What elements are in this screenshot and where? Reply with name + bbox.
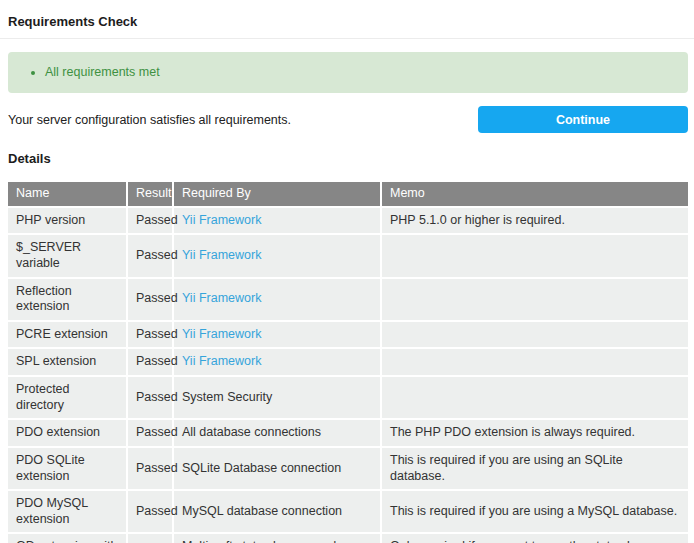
column-header-result: Result xyxy=(128,182,172,206)
table-row: $_SERVER variable Passed Yii Framework xyxy=(8,235,688,276)
required-by-link[interactable]: Yii Framework xyxy=(182,354,261,368)
summary-row: Your server configuration satisfies all … xyxy=(8,106,688,133)
required-by: Yii Framework xyxy=(174,279,380,320)
table-row: PDO MySQL extension Passed MySQL databas… xyxy=(8,491,688,532)
success-alert: All requirements met xyxy=(8,52,688,93)
required-by-link[interactable]: Yii Framework xyxy=(182,327,261,341)
required-by: Yii Framework xyxy=(174,235,380,276)
requirement-name: $_SERVER variable xyxy=(8,235,126,276)
requirement-name: PDO MySQL extension xyxy=(8,491,126,532)
required-by: Multicraft status banner and registratio… xyxy=(174,534,380,543)
memo: Only required if you want to use the sta… xyxy=(382,534,688,543)
memo: The PHP PDO extension is always required… xyxy=(382,420,688,446)
alert-item: All requirements met xyxy=(45,65,673,80)
required-by-link[interactable]: Yii Framework xyxy=(182,291,261,305)
requirement-name: PHP version xyxy=(8,208,126,234)
column-header-required-by: Required By xyxy=(174,182,380,206)
memo: PHP 5.1.0 or higher is required. xyxy=(382,208,688,234)
table-row: SPL extension Passed Yii Framework xyxy=(8,349,688,375)
requirements-table: Name Result Required By Memo PHP version… xyxy=(6,180,690,543)
requirement-name: PDO SQLite extension xyxy=(8,448,126,489)
result-badge: Passed xyxy=(128,377,172,418)
result-badge: Passed xyxy=(128,322,172,348)
required-by: Yii Framework xyxy=(174,349,380,375)
table-row: PCRE extension Passed Yii Framework xyxy=(8,322,688,348)
requirement-name: Protected directory xyxy=(8,377,126,418)
result-badge: Passed xyxy=(128,279,172,320)
alert-list: All requirements met xyxy=(23,65,673,80)
requirements-table-body: PHP version Passed Yii Framework PHP 5.1… xyxy=(8,208,688,543)
table-row: PDO SQLite extension Passed SQLite Datab… xyxy=(8,448,688,489)
divider xyxy=(0,38,694,39)
summary-text: Your server configuration satisfies all … xyxy=(8,113,291,127)
memo: This is required if you are using an SQL… xyxy=(382,448,688,489)
table-row: PHP version Passed Yii Framework PHP 5.1… xyxy=(8,208,688,234)
table-row: PDO extension Passed All database connec… xyxy=(8,420,688,446)
column-header-memo: Memo xyxy=(382,182,688,206)
result-badge: Passed xyxy=(128,208,172,234)
result-badge: Passed xyxy=(128,448,172,489)
result-badge: Passed xyxy=(128,235,172,276)
requirement-name: GD extension with FreeType support xyxy=(8,534,126,543)
memo xyxy=(382,377,688,418)
required-by: MySQL database connection xyxy=(174,491,380,532)
page-title: Requirements Check xyxy=(8,14,686,29)
requirement-name: PCRE extension xyxy=(8,322,126,348)
result-badge: Passed xyxy=(128,534,172,543)
continue-button[interactable]: Continue xyxy=(478,106,688,133)
memo xyxy=(382,279,688,320)
result-badge: Passed xyxy=(128,349,172,375)
required-by: System Security xyxy=(174,377,380,418)
required-by-link[interactable]: Yii Framework xyxy=(182,213,261,227)
table-header-row: Name Result Required By Memo xyxy=(8,182,688,206)
result-badge: Passed xyxy=(128,420,172,446)
column-header-name: Name xyxy=(8,182,126,206)
required-by: Yii Framework xyxy=(174,322,380,348)
requirement-name: PDO extension xyxy=(8,420,126,446)
table-row: Reflection extension Passed Yii Framewor… xyxy=(8,279,688,320)
requirement-name: SPL extension xyxy=(8,349,126,375)
required-by: SQLite Database connection xyxy=(174,448,380,489)
requirement-name: Reflection extension xyxy=(8,279,126,320)
table-row: Protected directory Passed System Securi… xyxy=(8,377,688,418)
details-heading: Details xyxy=(8,151,686,166)
memo xyxy=(382,322,688,348)
required-by-link[interactable]: Yii Framework xyxy=(182,248,261,262)
result-badge: Passed xyxy=(128,491,172,532)
memo xyxy=(382,349,688,375)
memo xyxy=(382,235,688,276)
memo: This is required if you are using a MySQ… xyxy=(382,491,688,532)
required-by: All database connections xyxy=(174,420,380,446)
table-row: GD extension with FreeType support Passe… xyxy=(8,534,688,543)
required-by: Yii Framework xyxy=(174,208,380,234)
